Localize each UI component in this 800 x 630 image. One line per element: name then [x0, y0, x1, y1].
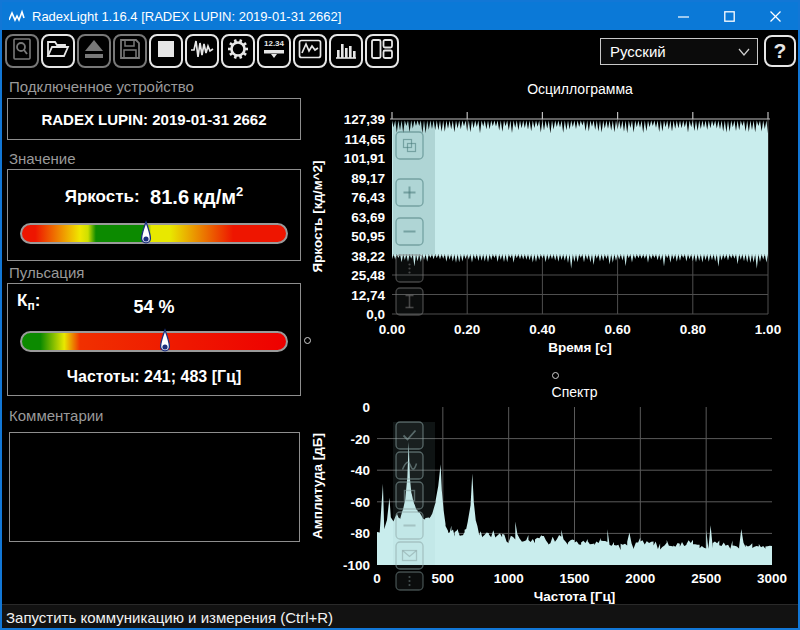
open-folder-icon	[46, 37, 70, 65]
toolbar-button-spectrum-view[interactable]	[329, 34, 363, 68]
svg-text:-100: -100	[343, 558, 370, 573]
bar-chart-icon	[334, 37, 358, 65]
kp-gauge	[20, 331, 288, 352]
svg-text:1500: 1500	[559, 571, 589, 586]
brightness-label: Яркость:	[65, 187, 140, 206]
svg-text:0,0: 0,0	[366, 307, 385, 322]
svg-text:0.60: 0.60	[604, 322, 630, 337]
svg-text:Время [с]: Время [с]	[548, 340, 611, 355]
svg-text:2500: 2500	[691, 571, 721, 586]
gear-icon	[226, 37, 250, 65]
maximize-button[interactable]	[706, 2, 752, 30]
language-dropdown-value: Русский	[610, 43, 666, 60]
language-dropdown[interactable]: Русский	[600, 38, 758, 65]
svg-text:-20: -20	[350, 432, 370, 447]
svg-text:63,69: 63,69	[351, 210, 385, 225]
line-chart-icon	[298, 37, 322, 65]
toolbar-button-layout[interactable]	[365, 34, 399, 68]
toolbar-button-save[interactable]	[113, 34, 147, 68]
svg-text:0.40: 0.40	[529, 322, 555, 337]
svg-text:-60: -60	[350, 495, 370, 510]
svg-text:89,17: 89,17	[351, 171, 385, 186]
app-logo-icon	[9, 9, 25, 23]
kp-value: 54 %	[8, 297, 300, 318]
status-bar: Запустить коммуникацию и измерения (Ctrl…	[2, 604, 798, 629]
svg-text:50,95: 50,95	[351, 229, 385, 244]
svg-text:12.34: 12.34	[264, 39, 285, 48]
device-name: RADEX LUPIN: 2019-01-31 2662	[41, 111, 266, 128]
toolbar-button-chart-view[interactable]	[293, 34, 327, 68]
pulsation-section-label: Пульсация	[9, 264, 84, 281]
toolbar-button-stop[interactable]	[149, 34, 183, 68]
svg-text:0.80: 0.80	[680, 322, 706, 337]
svg-text:101,91: 101,91	[344, 151, 386, 166]
svg-text:12,74: 12,74	[351, 288, 385, 303]
toolbar-button-inspect[interactable]	[5, 34, 39, 68]
save-floppy-icon	[118, 37, 142, 65]
app-window: RadexLight 1.16.4 [RADEX LUPIN: 2019-01-…	[0, 0, 800, 630]
toolbar-button-open[interactable]	[41, 34, 75, 68]
horizontal-splitter-handle[interactable]	[552, 372, 559, 379]
frequencies-readout: Частоты: 241; 483 [Гц]	[8, 368, 300, 386]
svg-text:0: 0	[373, 571, 381, 586]
brightness-value: 81.6 кд/м2	[150, 186, 243, 208]
svg-text:Спектр: Спектр	[552, 385, 598, 400]
toolbar: 12.34 Русский ?	[2, 30, 798, 74]
svg-text:0.20: 0.20	[454, 322, 480, 337]
status-text: Запустить коммуникацию и измерения (Ctrl…	[6, 609, 333, 626]
brightness-gauge-marker	[140, 220, 152, 254]
window-title: RadexLight 1.16.4 [RADEX LUPIN: 2019-01-…	[32, 9, 341, 24]
value-section-label: Значение	[9, 150, 76, 167]
waveform-icon	[190, 37, 214, 65]
pulsation-panel: Кп: 54 % Частоты: 241; 483 [Гц]	[7, 283, 301, 396]
minimize-button[interactable]	[660, 2, 706, 30]
device-section-label: Подключенное устройство	[9, 78, 194, 95]
spectrum-chart[interactable]: Спектр0-20-40-60-80-10005001000150020002…	[308, 385, 798, 606]
svg-text:1.00: 1.00	[755, 322, 781, 337]
toolbar-button-eject[interactable]	[77, 34, 111, 68]
svg-text:3000: 3000	[757, 571, 787, 586]
kp-gauge-marker	[159, 328, 171, 362]
svg-text:38,22: 38,22	[351, 249, 385, 264]
digits-display-icon: 12.34	[262, 37, 286, 65]
magnifier-document-icon	[10, 37, 34, 65]
help-button[interactable]: ?	[764, 35, 796, 67]
svg-text:Осциллограмма: Осциллограмма	[527, 81, 633, 97]
comments-input[interactable]	[9, 432, 300, 542]
svg-text:76,43: 76,43	[351, 190, 385, 205]
svg-text:25,48: 25,48	[351, 268, 385, 283]
svg-text:0: 0	[362, 400, 370, 415]
svg-text:-40: -40	[350, 463, 370, 478]
layout-panels-icon	[370, 37, 394, 65]
oscillogram-chart[interactable]: Осциллограмма127,39114,65101,9189,1776,4…	[308, 78, 798, 372]
svg-text:-80: -80	[350, 526, 370, 541]
brightness-gauge	[20, 223, 288, 244]
svg-text:114,65: 114,65	[344, 132, 385, 147]
connected-device-box: RADEX LUPIN: 2019-01-31 2662	[7, 98, 301, 140]
brightness-readout: Яркость: 81.6 кд/м2	[8, 184, 300, 209]
svg-text:500: 500	[432, 571, 455, 586]
close-button[interactable]	[752, 2, 798, 30]
svg-text:0.00: 0.00	[379, 322, 405, 337]
chevron-down-icon	[737, 45, 751, 62]
toolbar-button-oscillogram-mode[interactable]	[185, 34, 219, 68]
comments-section-label: Комментарии	[9, 407, 103, 424]
svg-text:127,39: 127,39	[344, 112, 385, 127]
brightness-panel: Яркость: 81.6 кд/м2	[7, 169, 301, 261]
toolbar-button-numeric-display[interactable]: 12.34	[257, 34, 291, 68]
eject-icon	[82, 37, 106, 65]
svg-text:Яркость [кд/м^2]: Яркость [кд/м^2]	[310, 160, 325, 272]
svg-text:1000: 1000	[494, 571, 524, 586]
toolbar-button-settings[interactable]	[221, 34, 255, 68]
stop-square-icon	[154, 37, 178, 65]
svg-text:Амплитуда [дБ]: Амплитуда [дБ]	[310, 433, 325, 539]
svg-text:2000: 2000	[625, 571, 655, 586]
svg-text:Частота [Гц]: Частота [Гц]	[534, 589, 616, 604]
title-bar[interactable]: RadexLight 1.16.4 [RADEX LUPIN: 2019-01-…	[2, 2, 798, 30]
